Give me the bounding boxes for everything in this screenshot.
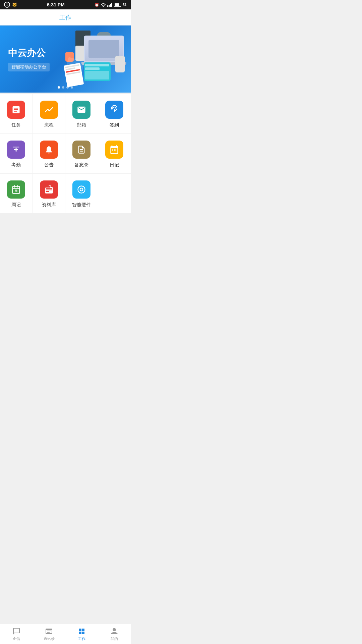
grid-item-notice[interactable]: 公告 <box>33 134 66 173</box>
status-time: 6:31 PM <box>47 2 65 7</box>
notice-icon-box <box>40 141 58 159</box>
attendance-label: 考勤 <box>11 162 21 168</box>
grid-item-weekly[interactable]: 周 周记 <box>0 174 33 213</box>
dot-1 <box>58 86 60 89</box>
grid-item-diary[interactable]: 日记 <box>98 134 131 173</box>
svg-text:周: 周 <box>15 190 17 193</box>
hardware-icon-box <box>72 180 90 199</box>
weekly-icon: 周 <box>11 185 21 194</box>
svg-rect-3 <box>111 3 112 7</box>
checkin-icon <box>110 105 119 114</box>
diary-icon <box>110 145 119 154</box>
header: 工作 <box>0 9 131 25</box>
task-icon-box <box>7 101 25 119</box>
status-icon-1: 1 <box>4 2 10 8</box>
grid-row-3: 周 周记 资料库 智能硬件 <box>0 174 131 214</box>
memo-icon-box <box>72 141 90 159</box>
grid-item-attendance[interactable]: 考勤 <box>0 134 33 173</box>
mail-icon <box>77 105 86 114</box>
attendance-icon-box <box>7 141 25 159</box>
hardware-icon <box>77 185 86 194</box>
status-left: 1 🐱 <box>4 2 17 8</box>
alarm-icon: ⏰ <box>95 3 99 7</box>
dot-4 <box>71 86 73 89</box>
app-grid: 任务 流程 邮箱 签到 考勤 <box>0 94 131 214</box>
dot-2 <box>62 86 64 89</box>
flow-label: 流程 <box>44 122 54 128</box>
banner: 中云办公 智能移动办公平台 <box>0 25 131 93</box>
grid-item-task[interactable]: 任务 <box>0 94 33 133</box>
grid-item-library[interactable]: 资料库 <box>33 174 66 213</box>
attendance-icon <box>11 145 21 154</box>
library-label: 资料库 <box>42 202 56 208</box>
banner-dots <box>58 86 73 89</box>
grid-item-checkin[interactable]: 签到 <box>98 94 131 133</box>
status-icon-cat: 🐱 <box>12 2 17 7</box>
grid-item-hardware[interactable]: 智能硬件 <box>65 174 98 213</box>
banner-text: 中云办公 智能移动办公平台 <box>8 47 50 71</box>
checkin-icon-box <box>105 101 123 119</box>
memo-icon <box>77 145 86 154</box>
tablet-decoration <box>84 62 111 81</box>
dot-3 <box>66 86 69 89</box>
svg-rect-1 <box>109 5 110 7</box>
library-icon-box <box>40 180 58 199</box>
diary-icon-box <box>105 141 123 159</box>
notice-label: 公告 <box>44 162 54 168</box>
mail-icon-box <box>72 101 90 119</box>
wifi-icon <box>101 3 106 7</box>
signal-icon <box>107 3 113 7</box>
svg-rect-0 <box>107 5 108 7</box>
checkin-label: 签到 <box>110 122 119 128</box>
bottom-space <box>0 214 131 254</box>
battery-icon <box>114 3 121 7</box>
status-right: ⏰ 51 <box>95 3 127 7</box>
library-icon <box>44 185 54 194</box>
grid-item-mail[interactable]: 邮箱 <box>65 94 98 133</box>
weekly-icon-box: 周 <box>7 180 25 199</box>
task-icon <box>11 105 21 114</box>
status-bar: 1 🐱 6:31 PM ⏰ 51 <box>0 0 131 9</box>
mail-label: 邮箱 <box>77 122 86 128</box>
flow-icon-box <box>40 101 58 119</box>
banner-subtitle: 智能移动办公平台 <box>8 63 50 71</box>
grid-item-memo[interactable]: 备忘录 <box>65 134 98 173</box>
grid-item-flow[interactable]: 流程 <box>33 94 66 133</box>
diary-label: 日记 <box>110 162 119 168</box>
battery-level: 51 <box>123 3 127 7</box>
grid-row-2: 考勤 公告 备忘录 日记 <box>0 134 131 174</box>
hardware-label: 智能硬件 <box>72 202 91 208</box>
page-title: 工作 <box>59 13 71 21</box>
svg-rect-2 <box>110 4 111 7</box>
task-label: 任务 <box>11 122 21 128</box>
banner-title: 中云办公 <box>8 47 50 59</box>
memo-label: 备忘录 <box>74 162 88 168</box>
flow-icon <box>44 105 54 114</box>
notice-icon <box>44 145 54 154</box>
svg-rect-5 <box>13 147 19 148</box>
phone-decoration <box>115 56 125 72</box>
grid-row-1: 任务 流程 邮箱 签到 <box>0 94 131 134</box>
banner-illustration <box>59 25 131 93</box>
weekly-label: 周记 <box>11 202 21 208</box>
